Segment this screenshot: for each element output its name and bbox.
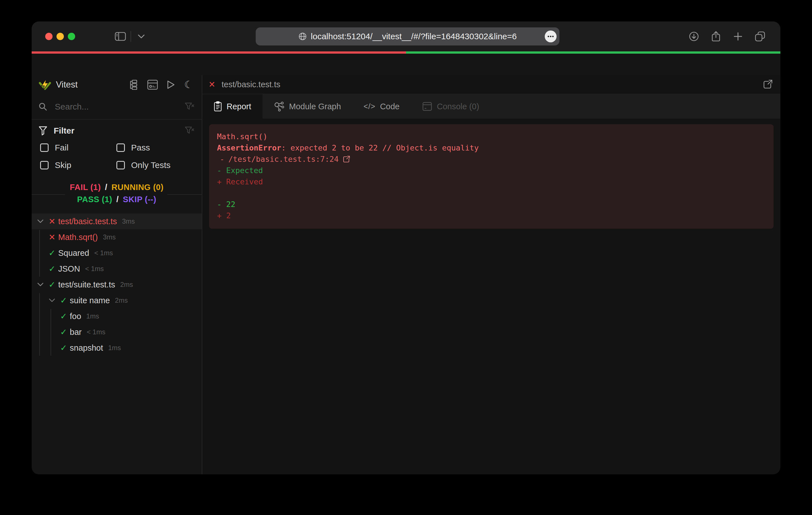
- pass-checkbox[interactable]: [116, 144, 125, 152]
- tree-item-label: Math.sqrt(): [58, 233, 98, 242]
- tree-row-math-sqrt[interactable]: ✕ Math.sqrt() 3ms: [32, 229, 202, 245]
- diff-expected-value: - 22: [217, 199, 766, 210]
- traffic-lights: [45, 33, 75, 40]
- tree-row-snapshot[interactable]: ✓ snapshot 1ms: [32, 340, 202, 356]
- progress-fail-segment: [32, 51, 406, 54]
- tab-module-graph[interactable]: Module Graph: [262, 94, 352, 119]
- tab-overview-icon[interactable]: [754, 31, 766, 42]
- expand-tree-icon[interactable]: [129, 79, 140, 90]
- tree-item-duration: < 1ms: [94, 249, 113, 257]
- pass-icon: ✓: [49, 264, 58, 274]
- filter-icon: [38, 126, 48, 135]
- filter-option-fail[interactable]: Fail: [38, 143, 115, 152]
- filter-label: Fail: [55, 143, 68, 152]
- filter-label: Only Tests: [131, 160, 171, 170]
- tree-row-foo[interactable]: ✓ foo 1ms: [32, 308, 202, 324]
- stack-location[interactable]: /test/basic.test.ts:7:24: [228, 154, 339, 165]
- tree-item-duration: < 1ms: [85, 265, 104, 273]
- address-bar[interactable]: localhost:51204/__vitest__/#/?file=16484…: [256, 27, 559, 46]
- pass-icon: ✓: [60, 343, 70, 353]
- file-header: ✕ test/basic.test.ts: [202, 75, 780, 94]
- test-tree: ✕ test/basic.test.ts 3ms ✕ Math.sqrt() 3…: [32, 213, 202, 356]
- tab-console[interactable]: Console (0): [411, 94, 491, 119]
- tab-code[interactable]: </> Code: [352, 94, 411, 119]
- run-all-icon[interactable]: [165, 79, 176, 90]
- code-icon: </>: [364, 102, 376, 111]
- open-location-icon[interactable]: [342, 155, 350, 163]
- diff-expected-label: - Expected: [217, 165, 766, 176]
- sidebar: Vitest: [32, 75, 202, 474]
- pass-count: PASS (1): [77, 195, 112, 204]
- url-text: localhost:51204/__vitest__/#/?file=16484…: [311, 32, 517, 41]
- clear-search-filter-icon[interactable]: [185, 102, 194, 111]
- share-icon[interactable]: [710, 31, 722, 42]
- tree-item-label: snapshot: [70, 343, 103, 353]
- tab-label: Code: [380, 102, 400, 111]
- tree-row-basic-test[interactable]: ✕ test/basic.test.ts 3ms: [32, 213, 202, 229]
- close-button[interactable]: [45, 33, 53, 40]
- tree-item-label: bar: [70, 328, 82, 337]
- zoom-button[interactable]: [68, 33, 75, 40]
- only-tests-checkbox[interactable]: [116, 161, 125, 170]
- tab-label: Console (0): [437, 102, 479, 111]
- filter-option-only-tests[interactable]: Only Tests: [115, 160, 194, 170]
- tree-item-duration: 3ms: [122, 217, 135, 225]
- stack-trace-line: - /test/basic.test.ts:7:24: [217, 154, 766, 165]
- open-in-editor-icon[interactable]: [762, 79, 773, 90]
- tree-item-label: test/basic.test.ts: [58, 217, 117, 226]
- tree-item-label: JSON: [58, 264, 80, 274]
- search-input[interactable]: [55, 102, 177, 112]
- dark-mode-icon[interactable]: ☾: [183, 79, 194, 90]
- tree-item-label: suite name: [70, 296, 110, 305]
- filter-option-pass[interactable]: Pass: [115, 143, 194, 152]
- sidebar-header: Vitest: [32, 75, 202, 94]
- view-tabs: Report Module Graph </> Code: [202, 94, 780, 119]
- more-options-button[interactable]: [545, 30, 557, 42]
- tree-item-duration: 1ms: [108, 344, 121, 352]
- tree-item-label: test/suite.test.ts: [58, 280, 115, 290]
- tree-row-json[interactable]: ✓ JSON < 1ms: [32, 261, 202, 277]
- skip-checkbox[interactable]: [40, 161, 49, 170]
- diff-received-value: + 2: [217, 210, 766, 221]
- dashboard-icon[interactable]: [147, 79, 158, 90]
- brand: Vitest: [38, 78, 78, 91]
- tree-row-suite-name[interactable]: ✓ suite name 2ms: [32, 293, 202, 308]
- tree-item-duration: 1ms: [86, 312, 99, 320]
- downloads-icon[interactable]: [688, 31, 700, 42]
- tab-report[interactable]: Report: [202, 94, 262, 119]
- fail-icon: ✕: [49, 232, 58, 242]
- tree-item-duration: 2ms: [120, 281, 133, 289]
- chevron-down-icon[interactable]: [49, 298, 60, 302]
- toolbar-divider: [130, 31, 131, 42]
- globe-icon: [298, 32, 307, 41]
- tree-item-duration: 2ms: [115, 297, 128, 304]
- tree-row-bar[interactable]: ✓ bar < 1ms: [32, 324, 202, 340]
- brand-title: Vitest: [56, 80, 78, 90]
- error-report-card: Math.sqrt() AssertionError: expected 2 t…: [209, 124, 774, 229]
- report-icon: [213, 101, 222, 112]
- search-icon: [38, 102, 48, 111]
- tree-item-duration: 3ms: [103, 233, 116, 241]
- chevron-down-icon[interactable]: [37, 219, 49, 223]
- fail-icon: ✕: [208, 80, 215, 89]
- clear-filter-icon[interactable]: [185, 126, 194, 135]
- fail-checkbox[interactable]: [40, 144, 49, 152]
- tree-item-label: Squared: [58, 248, 89, 258]
- tree-item-label: foo: [70, 312, 81, 321]
- assertion-error-line: AssertionError: expected 2 to be 22 // O…: [217, 142, 766, 154]
- open-file-name: test/basic.test.ts: [222, 80, 280, 89]
- pass-icon: ✓: [49, 248, 58, 258]
- test-summary: FAIL (1) / RUNNING (0) PASS (1) / SKIP (…: [32, 179, 202, 210]
- fail-icon: ✕: [49, 217, 58, 226]
- main-panel: ✕ test/basic.test.ts: [202, 75, 780, 474]
- minimize-button[interactable]: [57, 33, 64, 40]
- chevron-down-icon[interactable]: [136, 31, 147, 42]
- chevron-down-icon[interactable]: [37, 283, 49, 286]
- new-tab-icon[interactable]: [732, 31, 744, 42]
- console-icon: [422, 101, 432, 112]
- sidebar-toggle-icon[interactable]: [115, 31, 126, 42]
- tree-row-suite-test[interactable]: ✓ test/suite.test.ts 2ms: [32, 277, 202, 293]
- tree-row-squared[interactable]: ✓ Squared < 1ms: [32, 245, 202, 261]
- browser-window: localhost:51204/__vitest__/#/?file=16484…: [32, 22, 780, 474]
- filter-option-skip[interactable]: Skip: [38, 160, 115, 170]
